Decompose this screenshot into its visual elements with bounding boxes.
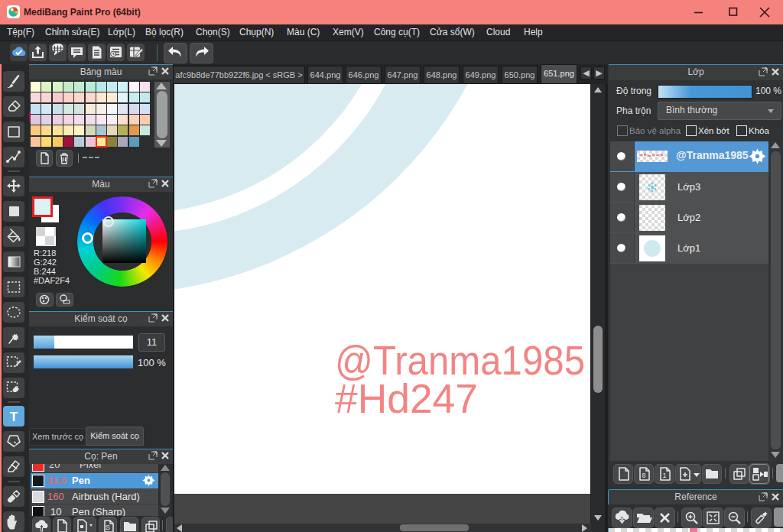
svg-text:#Hd247: #Hd247 — [335, 376, 478, 421]
svg-text:8: 8 — [642, 472, 645, 479]
svg-text:S: S — [106, 524, 110, 531]
svg-text:T: T — [10, 410, 18, 424]
svg-text:1: 1 — [662, 472, 666, 479]
